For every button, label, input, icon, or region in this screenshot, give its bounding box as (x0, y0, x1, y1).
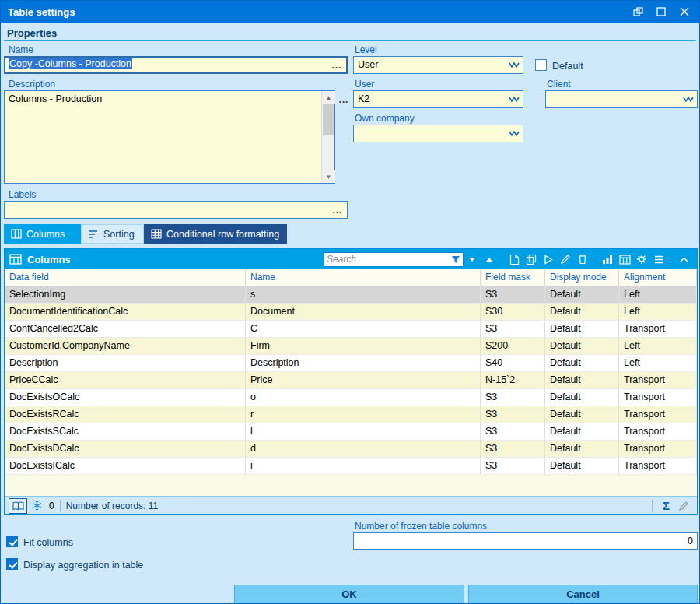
cell-data-field: CustomerId.CompanyName (5, 338, 246, 355)
table-row[interactable]: DocExistsSCalc l S3 Default Transport (5, 423, 697, 441)
records-count-text: Number of records: 11 (66, 500, 159, 511)
table-row[interactable]: PriceCCalc Price N-15`2 Default Transpor… (5, 372, 697, 389)
name-label: Name (9, 44, 33, 55)
window-controls (632, 6, 699, 17)
scroll-up-icon[interactable]: ▲ (322, 91, 335, 104)
menu-icon[interactable] (650, 251, 667, 267)
cell-alignment: Transport (619, 372, 697, 389)
client-label: Client (547, 79, 571, 90)
table-row[interactable]: ConfCancelled2Calc C S3 Default Transpor… (5, 321, 697, 338)
statusbar-separator (652, 500, 653, 512)
edit-disabled-button[interactable] (674, 498, 693, 514)
frozen-columns-input[interactable] (353, 532, 698, 550)
cell-display-mode: Default (545, 423, 619, 441)
header-alignment[interactable]: Alignment (619, 269, 697, 286)
labels-browse-button[interactable]: … (332, 204, 343, 216)
tab-sorting[interactable]: Sorting (81, 224, 144, 244)
cell-data-field: DocumentIdentificationCalc (5, 304, 246, 321)
cell-display-mode: Default (545, 321, 619, 338)
scroll-down-icon[interactable]: ▼ (322, 170, 335, 183)
name-browse-button[interactable]: … (331, 59, 342, 72)
fit-columns-checkbox[interactable] (6, 536, 18, 547)
tab-columns[interactable]: Columns (4, 224, 81, 244)
collapse-panel-icon[interactable] (675, 251, 692, 267)
card-view-toggle[interactable] (9, 498, 27, 514)
copy-icon[interactable] (523, 251, 540, 267)
labels-input[interactable]: … (4, 201, 348, 219)
cell-alignment: Transport (619, 441, 697, 458)
own-company-label: Own company (355, 113, 415, 124)
display-aggregation-label: Display aggregation in table (23, 560, 143, 571)
cell-display-mode: Default (545, 389, 619, 406)
scrollbar-thumb[interactable] (323, 104, 334, 135)
table-row[interactable]: CustomerId.CompanyName Firm S200 Default… (5, 338, 697, 355)
cell-field-mask: S40 (481, 355, 545, 372)
level-value: User (358, 59, 378, 70)
table-columns-icon[interactable] (616, 251, 633, 267)
description-browse-button[interactable]: … (338, 93, 348, 105)
cell-data-field: DocExistsOCalc (5, 389, 246, 406)
chart-icon[interactable] (599, 251, 616, 267)
cancel-button[interactable]: Cancel (468, 585, 698, 604)
chevron-down-icon[interactable] (507, 128, 521, 139)
default-checkbox-label: Default (552, 61, 583, 72)
chevron-down-icon[interactable] (681, 93, 695, 105)
display-aggregation-checkbox[interactable] (6, 558, 18, 570)
ok-button[interactable]: OK (234, 585, 464, 604)
edit-icon[interactable] (557, 251, 574, 267)
table-row[interactable]: DocExistsDCalc d S3 Default Transport (5, 441, 697, 458)
aggregation-sigma-button[interactable]: Σ (658, 499, 674, 512)
description-scrollbar[interactable]: ▲ ▼ (321, 91, 334, 183)
frozen-rows-button[interactable] (27, 498, 46, 514)
own-company-dropdown[interactable] (353, 125, 523, 142)
cell-display-mode: Default (545, 304, 619, 321)
table-row[interactable]: DocExistsOCalc o S3 Default Transport (5, 389, 697, 406)
table-row[interactable]: DocumentIdentificationCalc Document S30 … (5, 304, 697, 321)
header-field-mask[interactable]: Field mask (481, 269, 545, 286)
grid-icon (151, 229, 162, 239)
cell-data-field: ConfCancelled2Calc (5, 321, 246, 338)
filter-icon[interactable] (451, 255, 460, 264)
settings-gear-icon[interactable] (633, 251, 650, 267)
header-display-mode[interactable]: Display mode (545, 269, 619, 286)
cell-display-mode: Default (545, 372, 619, 389)
default-checkbox[interactable] (535, 59, 547, 71)
up-arrow-icon[interactable] (481, 251, 498, 267)
grid-header-row: Data field Name Field mask Display mode … (5, 269, 697, 286)
panel-title: Columns (27, 254, 71, 265)
snowflake-icon (32, 500, 42, 511)
header-data-field[interactable]: Data field (5, 269, 246, 286)
level-dropdown[interactable]: User (353, 56, 523, 74)
frozen-rows-count: 0 (49, 500, 54, 511)
dock-window-icon[interactable] (632, 6, 643, 17)
table-row[interactable]: Description Description S40 Default Left (5, 355, 697, 372)
cell-field-mask: N-15`2 (481, 372, 545, 389)
columns-panel-header: Columns (5, 249, 697, 269)
search-input[interactable] (327, 254, 451, 265)
tab-sorting-label: Sorting (103, 229, 135, 240)
cell-name: C (246, 321, 481, 338)
table-row[interactable]: SelectionImg s S3 Default Left (5, 286, 697, 304)
title-bar: Table settings (1, 1, 699, 23)
tab-conditional-row-formatting[interactable]: Conditional row formatting (144, 224, 287, 244)
chevron-down-icon[interactable] (507, 59, 521, 71)
name-value-selected: Copy -Columns - Production (9, 58, 132, 69)
new-item-icon[interactable] (506, 251, 523, 267)
close-icon[interactable] (679, 6, 690, 17)
cell-data-field: Description (5, 355, 246, 372)
client-dropdown[interactable] (545, 90, 698, 108)
delete-icon[interactable] (574, 251, 591, 267)
table-row[interactable]: DocExistsICalc i S3 Default Transport (5, 458, 697, 475)
cell-display-mode: Default (545, 286, 619, 304)
maximize-icon[interactable] (656, 6, 667, 17)
name-input[interactable]: Copy -Columns - Production … (4, 56, 348, 74)
chevron-down-icon[interactable] (507, 93, 521, 105)
grid-status-bar: 0 Number of records: 11 Σ (5, 496, 697, 514)
dropdown-arrow-icon[interactable] (464, 251, 481, 267)
table-row[interactable]: DocExistsRCalc r S3 Default Transport (5, 406, 697, 423)
run-icon[interactable] (540, 251, 557, 267)
user-dropdown[interactable]: K2 (353, 90, 523, 108)
description-textarea[interactable]: Columns - Production ▲ ▼ (4, 90, 335, 184)
pencil-icon (678, 500, 689, 511)
header-name[interactable]: Name (246, 269, 481, 286)
